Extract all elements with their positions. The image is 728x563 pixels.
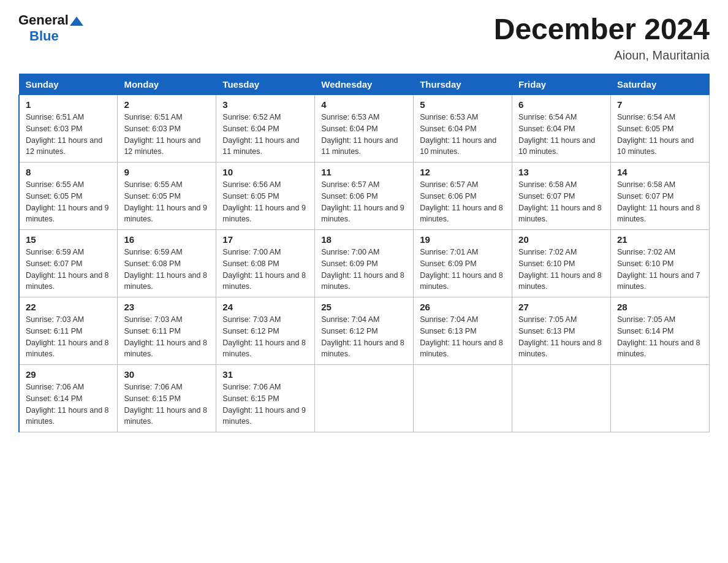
day-number: 12 xyxy=(420,167,506,177)
col-friday: Friday xyxy=(512,74,611,95)
calendar-cell xyxy=(414,365,512,432)
calendar-header: Sunday Monday Tuesday Wednesday Thursday… xyxy=(19,74,710,95)
day-info: Sunrise: 7:00 AMSunset: 6:08 PMDaylight:… xyxy=(222,248,306,291)
day-header-row: Sunday Monday Tuesday Wednesday Thursday… xyxy=(19,74,710,95)
day-number: 9 xyxy=(124,167,210,177)
day-number: 5 xyxy=(420,99,506,110)
day-number: 26 xyxy=(420,302,506,312)
day-number: 25 xyxy=(321,302,407,312)
day-number: 14 xyxy=(617,167,703,177)
day-number: 13 xyxy=(518,167,604,177)
day-number: 28 xyxy=(617,302,703,312)
day-info: Sunrise: 6:57 AMSunset: 6:06 PMDaylight:… xyxy=(321,180,404,223)
day-info: Sunrise: 7:06 AMSunset: 6:15 PMDaylight:… xyxy=(222,383,306,426)
day-number: 18 xyxy=(321,234,407,245)
calendar-cell: 16Sunrise: 6:59 AMSunset: 6:08 PMDayligh… xyxy=(118,230,216,297)
calendar-cell: 3Sunrise: 6:52 AMSunset: 6:04 PMDaylight… xyxy=(216,95,315,163)
day-info: Sunrise: 7:03 AMSunset: 6:11 PMDaylight:… xyxy=(124,315,207,358)
logo-icon xyxy=(70,15,83,28)
day-number: 20 xyxy=(518,234,604,245)
calendar-cell: 23Sunrise: 7:03 AMSunset: 6:11 PMDayligh… xyxy=(118,297,216,365)
day-number: 2 xyxy=(124,99,210,110)
day-info: Sunrise: 6:58 AMSunset: 6:07 PMDaylight:… xyxy=(518,180,602,223)
day-info: Sunrise: 7:04 AMSunset: 6:13 PMDaylight:… xyxy=(420,315,503,358)
col-tuesday: Tuesday xyxy=(216,74,315,95)
title-block: December 2024 Aioun, Mauritania xyxy=(494,12,710,63)
calendar-cell: 11Sunrise: 6:57 AMSunset: 6:06 PMDayligh… xyxy=(315,163,414,230)
calendar-cell: 19Sunrise: 7:01 AMSunset: 6:09 PMDayligh… xyxy=(414,230,512,297)
calendar-cell xyxy=(512,365,611,432)
svg-marker-0 xyxy=(70,17,83,26)
calendar-row: 29Sunrise: 7:06 AMSunset: 6:14 PMDayligh… xyxy=(19,365,710,432)
calendar-cell: 26Sunrise: 7:04 AMSunset: 6:13 PMDayligh… xyxy=(414,297,512,365)
calendar-cell: 10Sunrise: 6:56 AMSunset: 6:05 PMDayligh… xyxy=(216,163,315,230)
calendar-cell: 2Sunrise: 6:51 AMSunset: 6:03 PMDaylight… xyxy=(118,95,216,163)
col-sunday: Sunday xyxy=(19,74,118,95)
day-info: Sunrise: 7:01 AMSunset: 6:09 PMDaylight:… xyxy=(420,248,503,291)
day-info: Sunrise: 7:02 AMSunset: 6:10 PMDaylight:… xyxy=(518,248,602,291)
calendar-row: 22Sunrise: 7:03 AMSunset: 6:11 PMDayligh… xyxy=(19,297,710,365)
day-info: Sunrise: 6:55 AMSunset: 6:05 PMDaylight:… xyxy=(26,180,109,223)
day-info: Sunrise: 7:06 AMSunset: 6:15 PMDaylight:… xyxy=(124,383,207,426)
calendar-cell: 28Sunrise: 7:05 AMSunset: 6:14 PMDayligh… xyxy=(611,297,710,365)
calendar-cell: 22Sunrise: 7:03 AMSunset: 6:11 PMDayligh… xyxy=(19,297,118,365)
day-number: 15 xyxy=(26,234,111,245)
calendar-cell: 7Sunrise: 6:54 AMSunset: 6:05 PMDaylight… xyxy=(611,95,710,163)
day-number: 8 xyxy=(26,167,111,177)
calendar-cell: 29Sunrise: 7:06 AMSunset: 6:14 PMDayligh… xyxy=(19,365,118,432)
day-info: Sunrise: 6:59 AMSunset: 6:08 PMDaylight:… xyxy=(124,248,207,291)
calendar-row: 8Sunrise: 6:55 AMSunset: 6:05 PMDaylight… xyxy=(19,163,710,230)
calendar-cell: 4Sunrise: 6:53 AMSunset: 6:04 PMDaylight… xyxy=(315,95,414,163)
location-title: Aioun, Mauritania xyxy=(494,48,710,63)
day-info: Sunrise: 6:58 AMSunset: 6:07 PMDaylight:… xyxy=(617,180,700,223)
day-info: Sunrise: 7:04 AMSunset: 6:12 PMDaylight:… xyxy=(321,315,404,358)
calendar-cell: 6Sunrise: 6:54 AMSunset: 6:04 PMDaylight… xyxy=(512,95,611,163)
day-number: 10 xyxy=(222,167,308,177)
day-info: Sunrise: 7:02 AMSunset: 6:10 PMDaylight:… xyxy=(617,248,700,291)
col-thursday: Thursday xyxy=(414,74,512,95)
day-number: 7 xyxy=(617,99,703,110)
day-info: Sunrise: 6:53 AMSunset: 6:04 PMDaylight:… xyxy=(321,113,398,156)
calendar-body: 1Sunrise: 6:51 AMSunset: 6:03 PMDaylight… xyxy=(19,95,710,432)
calendar-table: Sunday Monday Tuesday Wednesday Thursday… xyxy=(18,74,710,432)
logo-blue-text: Blue xyxy=(29,28,59,44)
calendar-cell: 31Sunrise: 7:06 AMSunset: 6:15 PMDayligh… xyxy=(216,365,315,432)
day-info: Sunrise: 7:05 AMSunset: 6:14 PMDaylight:… xyxy=(617,315,700,358)
day-info: Sunrise: 6:53 AMSunset: 6:04 PMDaylight:… xyxy=(420,113,496,156)
calendar-row: 15Sunrise: 6:59 AMSunset: 6:07 PMDayligh… xyxy=(19,230,710,297)
day-info: Sunrise: 6:55 AMSunset: 6:05 PMDaylight:… xyxy=(124,180,207,223)
calendar-cell: 24Sunrise: 7:03 AMSunset: 6:12 PMDayligh… xyxy=(216,297,315,365)
calendar-cell: 21Sunrise: 7:02 AMSunset: 6:10 PMDayligh… xyxy=(611,230,710,297)
calendar-cell: 9Sunrise: 6:55 AMSunset: 6:05 PMDaylight… xyxy=(118,163,216,230)
calendar-cell: 13Sunrise: 6:58 AMSunset: 6:07 PMDayligh… xyxy=(512,163,611,230)
day-number: 27 xyxy=(518,302,604,312)
day-number: 31 xyxy=(222,369,308,380)
calendar-cell: 15Sunrise: 6:59 AMSunset: 6:07 PMDayligh… xyxy=(19,230,118,297)
calendar-cell: 25Sunrise: 7:04 AMSunset: 6:12 PMDayligh… xyxy=(315,297,414,365)
calendar-cell: 20Sunrise: 7:02 AMSunset: 6:10 PMDayligh… xyxy=(512,230,611,297)
day-info: Sunrise: 7:05 AMSunset: 6:13 PMDaylight:… xyxy=(518,315,602,358)
logo: General Blue xyxy=(18,12,83,44)
day-number: 4 xyxy=(321,99,407,110)
col-monday: Monday xyxy=(118,74,216,95)
day-info: Sunrise: 6:54 AMSunset: 6:04 PMDaylight:… xyxy=(518,113,595,156)
logo-general-text: General xyxy=(18,12,69,28)
day-info: Sunrise: 6:51 AMSunset: 6:03 PMDaylight:… xyxy=(124,113,200,156)
day-info: Sunrise: 7:03 AMSunset: 6:12 PMDaylight:… xyxy=(222,315,306,358)
calendar-cell xyxy=(611,365,710,432)
day-number: 17 xyxy=(222,234,308,245)
day-number: 22 xyxy=(26,302,111,312)
day-number: 21 xyxy=(617,234,703,245)
calendar-cell: 5Sunrise: 6:53 AMSunset: 6:04 PMDaylight… xyxy=(414,95,512,163)
calendar-cell: 14Sunrise: 6:58 AMSunset: 6:07 PMDayligh… xyxy=(611,163,710,230)
day-info: Sunrise: 6:56 AMSunset: 6:05 PMDaylight:… xyxy=(222,180,306,223)
day-number: 30 xyxy=(124,369,210,380)
calendar-cell: 12Sunrise: 6:57 AMSunset: 6:06 PMDayligh… xyxy=(414,163,512,230)
day-number: 16 xyxy=(124,234,210,245)
day-info: Sunrise: 7:06 AMSunset: 6:14 PMDaylight:… xyxy=(26,383,109,426)
day-number: 19 xyxy=(420,234,506,245)
day-number: 11 xyxy=(321,167,407,177)
day-info: Sunrise: 7:03 AMSunset: 6:11 PMDaylight:… xyxy=(26,315,109,358)
calendar-row: 1Sunrise: 6:51 AMSunset: 6:03 PMDaylight… xyxy=(19,95,710,163)
day-number: 24 xyxy=(222,302,308,312)
